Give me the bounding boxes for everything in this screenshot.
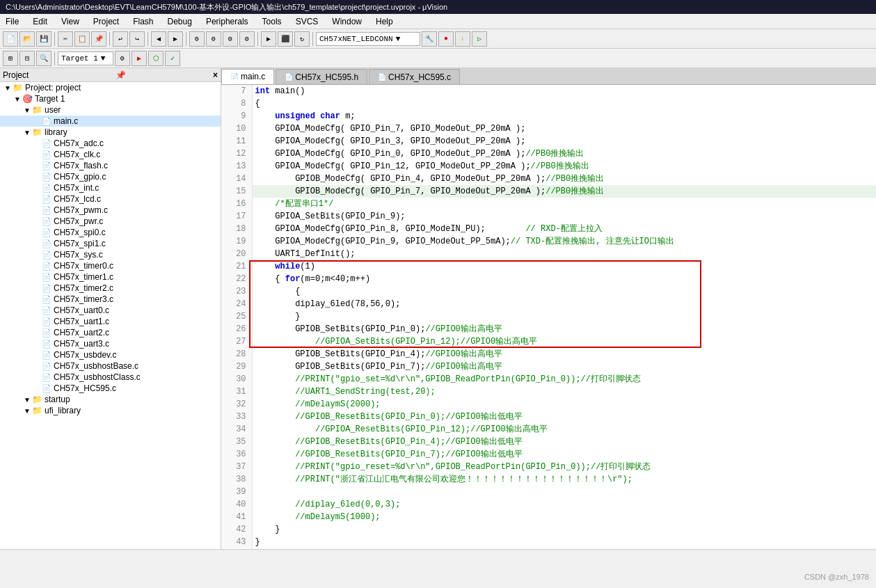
btn7[interactable]: ⚙ bbox=[223, 31, 238, 47]
new-btn[interactable]: 📄 bbox=[3, 31, 18, 47]
tree-file-CH57x_clk_c[interactable]: 📄CH57x_clk.c bbox=[0, 149, 221, 160]
t2-btn1[interactable]: ⊞ bbox=[3, 51, 18, 66]
tree-file-CH57x_timer2_c[interactable]: 📄CH57x_timer2.c bbox=[0, 283, 221, 294]
menu-file[interactable]: File bbox=[3, 16, 22, 27]
sidebar-pin[interactable]: 📌 bbox=[116, 70, 126, 80]
menu-window[interactable]: Window bbox=[329, 16, 365, 27]
redo-btn[interactable]: ↪ bbox=[129, 31, 145, 47]
line-content-19[interactable]: GPIOA_ModeCfg(GPIO_Pin_9, GPIO_ModeOut_P… bbox=[252, 235, 876, 248]
line-content-43[interactable]: } bbox=[252, 536, 876, 548]
t2-btn3[interactable]: 🔍 bbox=[36, 51, 51, 66]
btn9[interactable]: ▶ bbox=[261, 31, 276, 47]
download-btn[interactable]: ↓ bbox=[455, 31, 470, 47]
tree-file-CH57x_flash_c[interactable]: 📄CH57x_flash.c bbox=[0, 160, 221, 171]
tree-file-CH57x_sys_c[interactable]: 📄CH57x_sys.c bbox=[0, 249, 221, 260]
tree-file-CH57x_uart0_c[interactable]: 📄CH57x_uart0.c bbox=[0, 305, 221, 316]
line-content-14[interactable]: GPIOB_ModeCfg( GPIO_Pin_4, GPIO_ModeOut_… bbox=[252, 173, 876, 185]
t2-btn7[interactable]: ✓ bbox=[165, 51, 180, 66]
line-content-13[interactable]: GPIOA_ModeCfg( GPIO_Pin_12, GPIO_ModeOut… bbox=[252, 160, 876, 173]
code-editor[interactable]: 7int main()8{9 unsigned char m;10 GPIOA_… bbox=[221, 85, 876, 549]
tree-file-CH57x_usbdev_c[interactable]: 📄CH57x_usbdev.c bbox=[0, 349, 221, 360]
line-content-34[interactable]: //GPIOA_ResetBits(GPIO_Pin_12);//GPIO0输出… bbox=[252, 423, 876, 436]
line-content-22[interactable]: { for(m=0;m<40;m++) bbox=[252, 273, 876, 285]
line-content-40[interactable]: //diplay_6led(0,0,3); bbox=[252, 498, 876, 511]
menu-debug[interactable]: Debug bbox=[165, 16, 195, 27]
menu-edit[interactable]: Edit bbox=[30, 16, 50, 27]
build-btn[interactable]: ● bbox=[438, 31, 454, 47]
line-content-7[interactable]: int main() bbox=[252, 85, 876, 97]
tree-library-folder[interactable]: ▼ 📁 library bbox=[0, 127, 221, 138]
line-content-9[interactable]: unsigned char m; bbox=[252, 110, 876, 122]
tree-file-CH57x_spi0_c[interactable]: 📄CH57x_spi0.c bbox=[0, 227, 221, 238]
line-content-17[interactable]: GPIOA_SetBits(GPIO_Pin_9); bbox=[252, 210, 876, 223]
btn6[interactable]: ⚙ bbox=[206, 31, 221, 47]
t2-btn2[interactable]: ⊟ bbox=[19, 51, 35, 66]
target-dropdown[interactable]: CH57xNET_LEDCONN ▼ bbox=[316, 32, 420, 46]
line-content-23[interactable]: { bbox=[252, 285, 876, 298]
tab-mainc[interactable]: 📄 main.c bbox=[221, 69, 274, 84]
line-content-21[interactable]: while(1) bbox=[252, 260, 876, 273]
tree-file-CH57x_int_c[interactable]: 📄CH57x_int.c bbox=[0, 182, 221, 193]
tree-file-CH57x_adc_c[interactable]: 📄CH57x_adc.c bbox=[0, 138, 221, 149]
line-content-29[interactable]: GPIOB_SetBits(GPIO_Pin_7);//GPIO0输出高电平 bbox=[252, 360, 876, 373]
tree-file-CH57x_timer0_c[interactable]: 📄CH57x_timer0.c bbox=[0, 260, 221, 271]
line-content-16[interactable]: /*配置串口1*/ bbox=[252, 198, 876, 210]
menu-tools[interactable]: Tools bbox=[260, 16, 285, 27]
btn5[interactable]: ⚙ bbox=[189, 31, 205, 47]
copy-btn[interactable]: 📋 bbox=[74, 31, 90, 47]
line-content-27[interactable]: //GPIOA_SetBits(GPIO_Pin_12);//GPIO0输出高电… bbox=[252, 335, 876, 348]
line-content-39[interactable] bbox=[252, 486, 876, 498]
tree-file-CH57x_timer1_c[interactable]: 📄CH57x_timer1.c bbox=[0, 271, 221, 283]
tab-hc595h[interactable]: 📄 CH57x_HC595.h bbox=[276, 69, 367, 84]
tree-file-CH57x_usbhostBase_c[interactable]: 📄CH57x_usbhostBase.c bbox=[0, 360, 221, 372]
t2-btn4[interactable]: ⚙ bbox=[115, 51, 130, 66]
target1-dropdown[interactable]: Target 1 ▼ bbox=[58, 51, 113, 65]
line-content-42[interactable]: } bbox=[252, 523, 876, 536]
sidebar-close[interactable]: × bbox=[213, 70, 218, 80]
menu-project[interactable]: Project bbox=[90, 16, 122, 27]
line-content-28[interactable]: GPIOB_SetBits(GPIO_Pin_4);//GPIO0输出高电平 bbox=[252, 348, 876, 360]
tree-startup[interactable]: ▼ 📁 startup bbox=[0, 394, 221, 405]
tree-file-CH57x_HC595_c[interactable]: 📄CH57x_HC595.c bbox=[0, 383, 221, 394]
undo-btn[interactable]: ↩ bbox=[113, 31, 128, 47]
menu-svcs[interactable]: SVCS bbox=[293, 16, 321, 27]
t2-btn5[interactable]: ▶ bbox=[132, 51, 147, 66]
line-content-36[interactable]: //GPIOB_ResetBits(GPIO_Pin_7);//GPIO0输出低… bbox=[252, 448, 876, 461]
tree-ufi[interactable]: ▼ 📁 ufi_library bbox=[0, 405, 221, 416]
line-content-25[interactable]: } bbox=[252, 310, 876, 323]
fwd-btn[interactable]: ▶ bbox=[168, 31, 183, 47]
tree-file-CH57x_spi1_c[interactable]: 📄CH57x_spi1.c bbox=[0, 238, 221, 249]
line-content-31[interactable]: //UART1_SendString(test,20); bbox=[252, 386, 876, 398]
menu-help[interactable]: Help bbox=[373, 16, 396, 27]
line-content-30[interactable]: //PRINT("gpio_set=%d\r\n",GPIOB_ReadPort… bbox=[252, 373, 876, 386]
save-btn[interactable]: 💾 bbox=[36, 31, 51, 47]
tree-mainc[interactable]: 📄 main.c bbox=[0, 116, 221, 127]
line-content-26[interactable]: GPIOB_SetBits(GPIO_Pin_0);//GPIO0输出高电平 bbox=[252, 323, 876, 335]
tree-file-CH57x_pwr_c[interactable]: 📄CH57x_pwr.c bbox=[0, 216, 221, 227]
line-content-18[interactable]: GPIOA_ModeCfg(GPIO_Pin_8, GPIO_ModeIN_PU… bbox=[252, 223, 876, 235]
btn8[interactable]: ⚙ bbox=[239, 31, 255, 47]
paste-btn[interactable]: 📌 bbox=[91, 31, 106, 47]
line-content-33[interactable]: //GPIOB_ResetBits(GPIO_Pin_0);//GPIO0输出低… bbox=[252, 411, 876, 423]
tree-file-CH57x_timer3_c[interactable]: 📄CH57x_timer3.c bbox=[0, 294, 221, 305]
line-content-38[interactable]: //PRINT("浙江省江山汇电气有限公司欢迎您！！！！！！！！！！！！！！！！… bbox=[252, 473, 876, 486]
debug-btn[interactable]: ▷ bbox=[472, 31, 487, 47]
tree-file-CH57x_gpio_c[interactable]: 📄CH57x_gpio.c bbox=[0, 171, 221, 182]
tree-file-CH57x_uart3_c[interactable]: 📄CH57x_uart3.c bbox=[0, 338, 221, 349]
line-content-8[interactable]: { bbox=[252, 97, 876, 110]
btn12[interactable]: 🔧 bbox=[422, 31, 437, 47]
btn10[interactable]: ⬛ bbox=[278, 31, 293, 47]
line-content-32[interactable]: //mDelaymS(2000); bbox=[252, 398, 876, 411]
tree-file-CH57x_pwm_c[interactable]: 📄CH57x_pwm.c bbox=[0, 205, 221, 216]
tree-file-CH57x_lcd_c[interactable]: 📄CH57x_lcd.c bbox=[0, 193, 221, 205]
line-content-41[interactable]: //mDelaymS(1000); bbox=[252, 511, 876, 523]
btn11[interactable]: ↻ bbox=[294, 31, 310, 47]
line-content-37[interactable]: //PRINT("gpio_reset=%d\r\n",GPIOB_ReadPo… bbox=[252, 461, 876, 473]
menu-peripherals[interactable]: Peripherals bbox=[203, 16, 251, 27]
menu-view[interactable]: View bbox=[58, 16, 82, 27]
back-btn[interactable]: ◀ bbox=[151, 31, 166, 47]
tree-file-CH57x_uart1_c[interactable]: 📄CH57x_uart1.c bbox=[0, 316, 221, 327]
line-content-20[interactable]: UART1_DefInit(); bbox=[252, 248, 876, 260]
line-content-12[interactable]: GPIOA_ModeCfg( GPIO_Pin_0, GPIO_ModeOut_… bbox=[252, 148, 876, 160]
tree-project-root[interactable]: ▼ 📁 Project: project bbox=[0, 82, 221, 93]
